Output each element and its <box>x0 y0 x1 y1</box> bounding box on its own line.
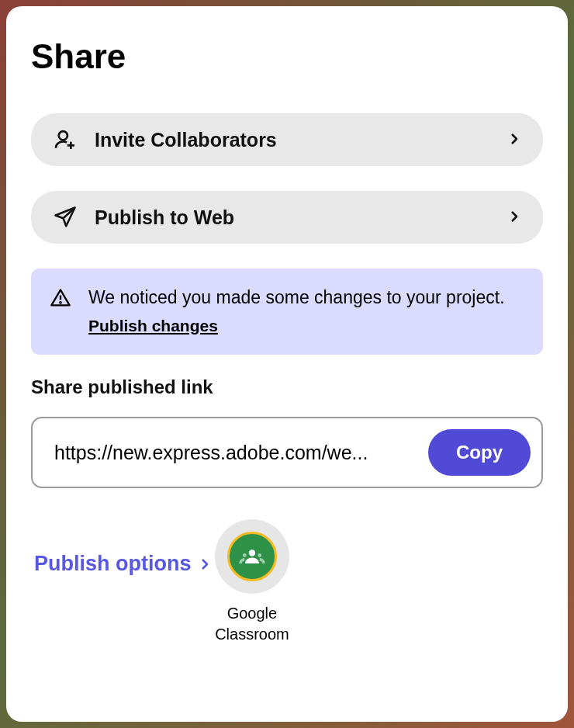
share-link-container: https://new.express.adobe.com/we... Copy <box>31 417 543 488</box>
paper-plane-icon <box>53 205 78 230</box>
modal-title: Share <box>31 37 543 76</box>
share-url[interactable]: https://new.express.adobe.com/we... <box>54 442 416 464</box>
svg-point-0 <box>59 131 67 140</box>
publish-changes-link[interactable]: Publish changes <box>88 317 218 335</box>
publish-to-web-button[interactable]: Publish to Web <box>31 191 543 244</box>
share-modal: Share Invite Collaborators Publish to We… <box>6 6 568 722</box>
svg-point-5 <box>60 302 61 303</box>
publish-options-link[interactable]: Publish options <box>34 552 212 576</box>
share-link-label: Share published link <box>31 376 543 398</box>
changes-notice: We noticed you made some changes to your… <box>31 269 543 355</box>
invite-collaborators-button[interactable]: Invite Collaborators <box>31 113 543 166</box>
option-label: Invite Collaborators <box>95 129 490 151</box>
warning-icon <box>50 287 71 312</box>
share-target-label: Google Classroom <box>215 603 289 645</box>
chevron-right-icon <box>507 210 521 226</box>
google-classroom-icon <box>215 519 289 594</box>
notice-text: We noticed you made some changes to your… <box>88 284 524 339</box>
chevron-right-icon <box>507 132 521 148</box>
google-classroom-button[interactable]: Google Classroom <box>215 519 289 645</box>
notice-message: We noticed you made some changes to your… <box>88 287 505 307</box>
option-label: Publish to Web <box>95 206 490 229</box>
svg-point-6 <box>249 550 255 556</box>
chevron-right-icon <box>198 557 212 571</box>
svg-point-8 <box>258 553 261 557</box>
svg-point-7 <box>243 553 247 557</box>
publish-options-label: Publish options <box>34 552 192 576</box>
copy-button[interactable]: Copy <box>428 429 531 476</box>
add-person-icon <box>53 127 78 152</box>
